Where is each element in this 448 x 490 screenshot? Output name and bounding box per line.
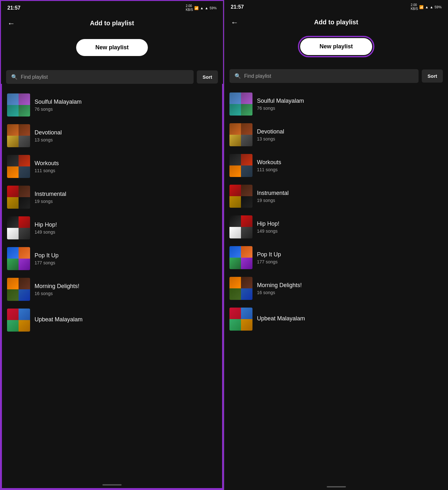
playlist-item[interactable]: Soulful Malayalam 76 songs — [2, 90, 222, 120]
playlist-item[interactable]: Workouts 111 songs — [224, 150, 448, 181]
wifi-icon: 📶 — [194, 6, 199, 10]
playlist-info: Devotional 13 songs — [257, 128, 284, 141]
signal-icon: ▲ — [425, 5, 428, 9]
playlist-item[interactable]: Pop It Up 177 songs — [224, 242, 448, 273]
playlist-count: 13 songs — [35, 137, 62, 142]
playlist-count: 76 songs — [35, 107, 82, 112]
playlist-count: 16 songs — [35, 291, 79, 296]
playlist-name: Morning Delights! — [257, 282, 302, 289]
playlist-info: Soulful Malayalam 76 songs — [35, 99, 82, 112]
phone-panel-right: 21:57 2.00KB/S 📶 ▲ ▲ 59% ← Add to playli… — [224, 0, 448, 490]
playlist-cover — [7, 216, 30, 239]
signal-icon: ▲ — [200, 6, 204, 10]
playlist-count: 111 songs — [35, 168, 59, 173]
playlist-item[interactable]: Pop It Up 177 songs — [2, 243, 222, 274]
new-playlist-container: New playlist — [224, 32, 448, 64]
back-button[interactable]: ← — [231, 19, 238, 26]
signal2-icon: ▲ — [430, 5, 433, 9]
playlist-cover — [7, 309, 30, 332]
wifi-icon: 📶 — [419, 5, 424, 9]
status-time: 21:57 — [7, 5, 20, 11]
playlist-item[interactable]: Upbeat Malayalam — [224, 304, 448, 334]
status-bar: 21:57 2.00KB/S 📶 ▲ ▲ 59% — [224, 0, 448, 13]
sort-button[interactable]: Sort — [197, 70, 218, 84]
playlist-count: 76 songs — [257, 106, 304, 111]
playlist-cover — [7, 155, 30, 178]
search-sort-row: 🔍 Find playlist Sort — [1, 65, 223, 84]
playlist-cover — [7, 247, 30, 270]
playlist-count: 19 songs — [35, 199, 66, 204]
playlist-item[interactable]: Devotional 13 songs — [2, 120, 222, 151]
search-icon: 🔍 — [11, 74, 18, 80]
playlist-info: Morning Delights! 16 songs — [257, 282, 302, 295]
playlist-count: 13 songs — [257, 136, 284, 141]
playlist-info: Upbeat Malayalam — [257, 315, 305, 323]
playlist-item[interactable]: Instrumental 19 songs — [2, 182, 222, 213]
search-placeholder: Find playlist — [21, 74, 48, 80]
scroll-indicator — [102, 484, 122, 486]
playlist-name: Instrumental — [35, 191, 66, 197]
playlist-info: Pop It Up 177 songs — [35, 252, 59, 265]
playlist-info: Morning Delights! 16 songs — [35, 283, 79, 296]
new-playlist-button[interactable]: New playlist — [76, 39, 148, 56]
playlist-list-wrapper: Soulful Malayalam 76 songs Devotional 13… — [224, 83, 448, 490]
header-title: Add to playlist — [314, 19, 358, 26]
playlist-item[interactable]: Hip Hop! 149 songs — [2, 213, 222, 243]
playlist-cover — [7, 186, 30, 209]
playlist-count: 111 songs — [257, 167, 281, 172]
new-playlist-button[interactable]: New playlist — [300, 38, 372, 55]
battery-icon: 59% — [210, 6, 217, 10]
header: ← Add to playlist — [1, 14, 223, 33]
status-time: 21:57 — [231, 4, 244, 10]
playlist-list: Soulful Malayalam 76 songs Devotional 13… — [2, 87, 222, 482]
playlist-list-wrapper: Soulful Malayalam 76 songs Devotional 13… — [1, 84, 223, 489]
status-bar: 21:57 2.00KB/S 📶 ▲ ▲ 59% — [1, 1, 223, 14]
playlist-count: 177 songs — [257, 259, 281, 264]
playlist-item[interactable]: Morning Delights! 16 songs — [224, 273, 448, 304]
playlist-item[interactable]: Instrumental 19 songs — [224, 181, 448, 212]
playlist-cover — [229, 154, 252, 177]
playlist-name: Upbeat Malayalam — [35, 316, 83, 323]
playlist-name: Morning Delights! — [35, 283, 79, 290]
playlist-name: Pop It Up — [35, 252, 59, 259]
playlist-item[interactable]: Upbeat Malayalam — [2, 305, 222, 335]
network-speed-icon: 2.00KB/S — [411, 3, 418, 11]
back-button[interactable]: ← — [7, 20, 15, 27]
playlist-name: Workouts — [257, 159, 281, 166]
search-bar[interactable]: 🔍 Find playlist — [229, 69, 419, 83]
signal2-icon: ▲ — [205, 6, 208, 10]
playlist-cover — [229, 308, 252, 331]
network-speed-icon: 2.00KB/S — [186, 4, 193, 12]
header-title: Add to playlist — [90, 20, 134, 27]
playlist-name: Workouts — [35, 160, 59, 167]
header: ← Add to playlist — [224, 13, 448, 32]
playlist-cover — [229, 92, 252, 116]
playlist-name: Devotional — [257, 128, 284, 135]
playlist-item[interactable]: Workouts 111 songs — [2, 151, 222, 182]
playlist-info: Upbeat Malayalam — [35, 316, 83, 324]
playlist-item[interactable]: Morning Delights! 16 songs — [2, 274, 222, 305]
playlist-count: 177 songs — [35, 260, 59, 265]
playlist-cover — [7, 93, 30, 116]
playlist-count: 16 songs — [257, 290, 302, 295]
playlist-info: Soulful Malayalam 76 songs — [257, 98, 304, 111]
playlist-info: Workouts 111 songs — [257, 159, 281, 172]
playlist-info: Hip Hop! 149 songs — [257, 221, 279, 234]
playlist-name: Hip Hop! — [257, 221, 279, 227]
playlist-name: Soulful Malayalam — [35, 99, 82, 105]
playlist-info: Hip Hop! 149 songs — [35, 221, 57, 235]
playlist-item[interactable]: Soulful Malayalam 76 songs — [224, 89, 448, 119]
playlist-count: 149 songs — [257, 229, 279, 234]
playlist-item[interactable]: Hip Hop! 149 songs — [224, 212, 448, 242]
playlist-item[interactable]: Devotional 13 songs — [224, 119, 448, 150]
playlist-info: Instrumental 19 songs — [35, 191, 66, 204]
playlist-cover — [7, 124, 30, 147]
search-icon: 🔍 — [235, 73, 241, 79]
playlist-info: Pop It Up 177 songs — [257, 251, 281, 264]
status-icons: 2.00KB/S 📶 ▲ ▲ 59% — [186, 4, 217, 12]
sort-button[interactable]: Sort — [422, 69, 443, 83]
search-bar[interactable]: 🔍 Find playlist — [6, 70, 194, 84]
new-playlist-container: New playlist — [1, 33, 223, 65]
playlist-name: Instrumental — [257, 190, 289, 197]
playlist-info: Instrumental 19 songs — [257, 190, 289, 203]
